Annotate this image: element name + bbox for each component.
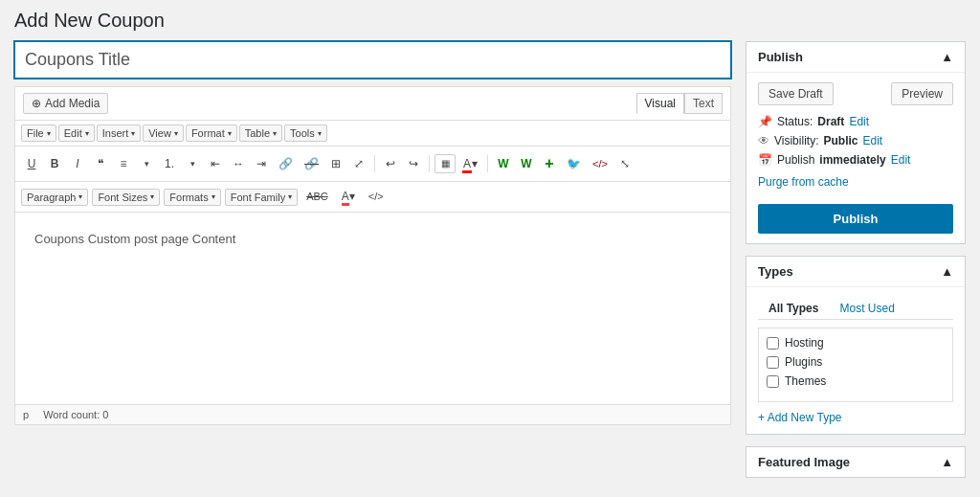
calendar-icon: 📅 bbox=[758, 153, 772, 167]
status-value: Draft bbox=[817, 115, 844, 128]
publish-panel-header[interactable]: Publish ▲ bbox=[746, 42, 965, 73]
visibility-value: Public bbox=[823, 134, 858, 147]
formats-dropdown[interactable]: Formats ▾ bbox=[164, 189, 220, 206]
font-color-button[interactable]: A▾ bbox=[457, 153, 482, 175]
main-layout: ⊕ Add Media Visual Text File ▾ Edi bbox=[14, 41, 966, 489]
visual-tab[interactable]: Visual bbox=[636, 93, 684, 114]
custom-block-button[interactable]: ▦ bbox=[434, 154, 456, 173]
save-draft-button[interactable]: Save Draft bbox=[758, 82, 834, 105]
publish-panel: Publish ▲ Save Draft Preview 📌 Status: D… bbox=[746, 41, 966, 244]
toolbar-row-1: U B I ❝ ≡ ▾ 1. ▾ ⇤ ↔ ⇥ 🔗 🔗 ⊞ ⤢ ↩ bbox=[15, 147, 730, 182]
add-button[interactable]: + bbox=[539, 150, 560, 177]
text-tab[interactable]: Text bbox=[684, 93, 723, 114]
sidebar: Publish ▲ Save Draft Preview 📌 Status: D… bbox=[746, 41, 966, 489]
format-row: Paragraph ▾ Font Sizes ▾ Formats ▾ Font … bbox=[15, 182, 730, 213]
strikethrough-button[interactable]: ABC bbox=[301, 187, 333, 207]
font-family-dropdown[interactable]: Font Family ▾ bbox=[225, 189, 298, 206]
word-count-area: Word count: 0 bbox=[43, 409, 108, 420]
html-source-button[interactable]: </> bbox=[588, 154, 612, 174]
preview-button[interactable]: Preview bbox=[891, 82, 953, 105]
ordered-list-button[interactable]: 1. bbox=[159, 153, 180, 175]
ul-dropdown-button[interactable]: ▾ bbox=[136, 155, 157, 173]
add-new-type-link[interactable]: + Add New Type bbox=[758, 411, 842, 424]
status-bar: p Word count: 0 bbox=[15, 404, 730, 424]
types-panel-header[interactable]: Types ▲ bbox=[746, 257, 965, 287]
unlink-button[interactable]: 🔗 bbox=[300, 153, 323, 175]
align-left-button[interactable]: ⇤ bbox=[205, 153, 226, 175]
add-media-icon: ⊕ bbox=[32, 97, 41, 110]
distraction-free-button[interactable]: ⤡ bbox=[614, 153, 635, 175]
add-media-button[interactable]: ⊕ Add Media bbox=[23, 93, 108, 114]
plugins-label: Plugins bbox=[785, 355, 822, 369]
featured-image-title: Featured Image bbox=[758, 455, 850, 469]
redo-button[interactable]: ↪ bbox=[403, 153, 424, 175]
type-item-hosting: Hosting bbox=[767, 336, 945, 350]
toolbar-separator-3 bbox=[487, 155, 488, 172]
format-menu[interactable]: Format ▾ bbox=[186, 124, 237, 142]
visibility-icon: 👁 bbox=[758, 134, 769, 147]
publish-when: immediately bbox=[819, 153, 885, 167]
publish-button[interactable]: Publish bbox=[758, 204, 953, 234]
table-menu[interactable]: Table ▾ bbox=[239, 124, 282, 142]
page-title: Add New Coupon bbox=[14, 10, 966, 32]
source-code-button[interactable]: </> bbox=[364, 187, 389, 207]
themes-checkbox[interactable] bbox=[767, 375, 779, 388]
twitter-button[interactable]: 🐦 bbox=[562, 153, 586, 175]
editor-box: ⊕ Add Media Visual Text File ▾ Edi bbox=[14, 86, 731, 425]
fullscreen-button[interactable]: ⤢ bbox=[348, 153, 369, 175]
all-types-tab[interactable]: All Types bbox=[758, 297, 829, 319]
featured-image-header[interactable]: Featured Image ▲ bbox=[746, 447, 965, 477]
publish-collapse-icon: ▲ bbox=[941, 50, 953, 64]
plugins-checkbox[interactable] bbox=[767, 356, 779, 369]
menu-bar: File ▾ Edit ▾ Insert ▾ View ▾ bbox=[15, 121, 730, 147]
visibility-row: 👁 Visibility: Public Edit bbox=[758, 134, 953, 147]
tools-menu[interactable]: Tools ▾ bbox=[284, 124, 327, 142]
types-panel: Types ▲ All Types Most Used Hosting bbox=[746, 256, 966, 435]
undo-button[interactable]: ↩ bbox=[380, 153, 401, 175]
themes-label: Themes bbox=[785, 374, 826, 388]
hosting-label: Hosting bbox=[785, 336, 824, 350]
purge-cache-row: Purge from cache bbox=[758, 174, 953, 189]
publish-panel-title: Publish bbox=[758, 50, 803, 64]
align-right-button[interactable]: ⇥ bbox=[251, 153, 272, 175]
publish-actions: Save Draft Preview bbox=[758, 82, 953, 105]
types-list: Hosting Plugins Themes bbox=[758, 328, 953, 402]
content-area[interactable]: Coupons Custom post page Content bbox=[15, 213, 730, 404]
content-text: Coupons Custom post page Content bbox=[34, 232, 711, 246]
view-menu[interactable]: View ▾ bbox=[143, 124, 184, 142]
title-input[interactable] bbox=[14, 41, 731, 79]
status-label: Status: bbox=[777, 115, 813, 128]
visibility-edit-link[interactable]: Edit bbox=[862, 134, 882, 147]
status-row: 📌 Status: Draft Edit bbox=[758, 115, 953, 128]
purge-cache-link[interactable]: Purge from cache bbox=[758, 175, 849, 189]
paragraph-dropdown[interactable]: Paragraph ▾ bbox=[21, 189, 88, 206]
word-count-value: 0 bbox=[102, 409, 108, 420]
hosting-checkbox[interactable] bbox=[767, 337, 779, 350]
most-used-tab[interactable]: Most Used bbox=[829, 297, 904, 319]
bold-button[interactable]: B bbox=[44, 153, 65, 175]
align-center-button[interactable]: ↔ bbox=[228, 153, 249, 175]
blockquote-button[interactable]: ❝ bbox=[90, 153, 111, 175]
ol-dropdown-button[interactable]: ▾ bbox=[182, 155, 203, 173]
status-edit-link[interactable]: Edit bbox=[849, 115, 869, 128]
featured-image-panel: Featured Image ▲ bbox=[746, 446, 966, 478]
wp-page-button[interactable]: W bbox=[516, 153, 537, 175]
edit-menu[interactable]: Edit ▾ bbox=[58, 124, 95, 142]
font-sizes-dropdown[interactable]: Font Sizes ▾ bbox=[92, 189, 160, 206]
insert-menu[interactable]: Insert ▾ bbox=[97, 124, 142, 142]
link-button[interactable]: 🔗 bbox=[274, 153, 298, 175]
file-menu[interactable]: File ▾ bbox=[21, 124, 56, 142]
publish-time-edit-link[interactable]: Edit bbox=[891, 153, 911, 167]
publish-panel-body: Save Draft Preview 📌 Status: Draft Edit … bbox=[746, 73, 965, 243]
add-media-bar: ⊕ Add Media Visual Text bbox=[15, 87, 730, 121]
italic-button[interactable]: I bbox=[67, 153, 88, 175]
underline-button[interactable]: U bbox=[21, 153, 42, 175]
publish-time-row: 📅 Publish immediately Edit bbox=[758, 153, 953, 167]
wp-more-button[interactable]: W bbox=[493, 153, 514, 175]
unordered-list-button[interactable]: ≡ bbox=[113, 153, 134, 175]
text-color-button[interactable]: A▾ bbox=[337, 186, 360, 208]
featured-collapse-icon: ▲ bbox=[941, 455, 953, 469]
table-insert-button[interactable]: ⊞ bbox=[325, 153, 346, 175]
word-count-label: Word count: bbox=[43, 409, 100, 420]
types-tabs: All Types Most Used bbox=[758, 297, 953, 320]
